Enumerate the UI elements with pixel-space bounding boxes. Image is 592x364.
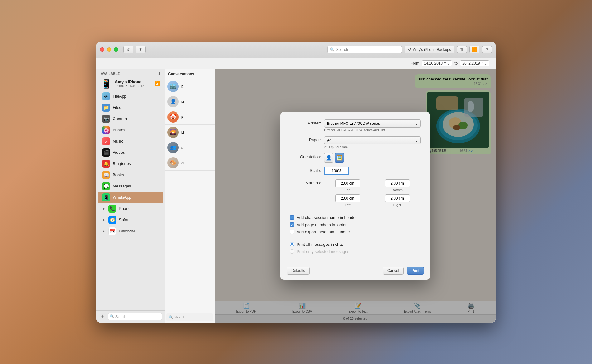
view-button[interactable]: 👁 xyxy=(136,46,146,53)
radio-row-2: Print only selected messages xyxy=(290,249,421,254)
sidebar-item-calendar[interactable]: ▶ 📅 Calendar xyxy=(98,226,163,237)
help-button[interactable]: ? xyxy=(482,46,492,53)
printer-select[interactable]: Brother MFC-L3770CDW series ⌄ xyxy=(324,119,421,128)
scale-input[interactable]: 100% xyxy=(324,167,349,175)
search-placeholder: Search xyxy=(336,47,348,52)
conv-info: S xyxy=(181,145,183,150)
sidebar-item-books[interactable]: 📖 Books xyxy=(98,169,163,181)
from-date-stepper[interactable]: ⌃⌄ xyxy=(444,61,450,66)
list-item[interactable]: 🏙️ E xyxy=(165,79,215,94)
sidebar-search[interactable]: 🔍 Search xyxy=(108,313,162,320)
checkbox-export-meta-label: Add export metadata in footer xyxy=(297,230,350,234)
margin-left-input[interactable]: 2.00 cm xyxy=(335,194,360,202)
conv-search-placeholder: Search xyxy=(174,315,185,319)
wifi-button[interactable]: 📶 xyxy=(469,46,479,53)
conv-name: P xyxy=(181,115,183,119)
list-item[interactable]: 🎨 C xyxy=(165,155,215,171)
sidebar-item-whatsapp[interactable]: 📱 WhatsApp xyxy=(98,192,163,203)
sidebar-item-camera[interactable]: 📷 Camera xyxy=(98,113,163,124)
paper-value: A4 xyxy=(327,138,332,143)
search-bar[interactable]: 🔍 Search xyxy=(327,46,402,53)
margin-bottom-value: 2.00 cm xyxy=(391,181,404,186)
device-sub: iPhone X · iOS 12.1.4 xyxy=(115,84,145,88)
sidebar-item-ringtones[interactable]: 🔔 Ringtones xyxy=(98,158,163,169)
checkbox-row-1: ✓ Add chat session name in header xyxy=(290,215,421,220)
margin-top-label: Top xyxy=(345,188,351,192)
list-item[interactable]: 🌄 M xyxy=(165,125,215,140)
cancel-button[interactable]: Cancel xyxy=(383,267,404,275)
refresh-icon: ↺ xyxy=(127,47,130,52)
dialog-divider-2 xyxy=(290,238,421,238)
conv-name: S xyxy=(181,146,183,150)
sync-button[interactable]: ⇅ xyxy=(457,46,467,53)
conv-search[interactable]: 🔍 Search xyxy=(166,313,213,321)
sidebar-item-safari[interactable]: ▶ 🧭 Safari xyxy=(98,214,163,226)
sidebar-item-messages[interactable]: 💬 Messages xyxy=(98,181,163,192)
paper-select[interactable]: A4 ⌄ xyxy=(324,136,421,144)
sidebar-label-music: Music xyxy=(113,139,123,143)
radio-all-messages-label: Print all messages in chat xyxy=(297,242,343,247)
print-confirm-button[interactable]: Print xyxy=(407,267,424,275)
orientation-label: Orientation: xyxy=(290,153,321,159)
defaults-button[interactable]: Defaults xyxy=(287,267,310,275)
radio-selected-messages[interactable] xyxy=(290,249,294,254)
margin-right-input[interactable]: 2.00 cm xyxy=(385,194,410,202)
orientation-buttons: 👤 🖼️ xyxy=(324,153,421,163)
conv-info: M xyxy=(181,129,184,135)
list-item[interactable]: 👤 M xyxy=(165,94,215,109)
checkbox-chat-header[interactable]: ✓ xyxy=(290,215,294,220)
portrait-icon: 👤 xyxy=(326,155,332,161)
avatar: 🎨 xyxy=(167,157,179,168)
list-item[interactable]: 👥 S xyxy=(165,140,215,155)
conv-panel: Conversations 🏙️ E 👤 M 🤡 P 🌄 xyxy=(165,69,215,323)
sidebar-item-videos[interactable]: 🎬 Videos xyxy=(98,147,163,158)
sidebar-item-fileapp[interactable]: ✈ FileApp xyxy=(98,91,163,102)
margin-top-input[interactable]: 2.00 cm xyxy=(335,179,360,187)
conv-info: P xyxy=(181,114,183,120)
main-content: AVAILABLE 1 📱 Amy's iPhone iPhone X · iO… xyxy=(96,69,496,323)
from-date-value: 14.10.2018 xyxy=(424,61,443,66)
conv-name: E xyxy=(181,85,183,89)
conv-name: M xyxy=(181,100,184,104)
conv-info: E xyxy=(181,84,183,89)
device-button[interactable]: ↺ Amy's iPhone Backups xyxy=(405,46,454,53)
sidebar-label-ringtones: Ringtones xyxy=(113,161,131,166)
margin-right-label: Right xyxy=(393,203,401,207)
landscape-button[interactable]: 🖼️ xyxy=(335,153,344,163)
list-item[interactable]: 🤡 P xyxy=(165,109,215,125)
sidebar-label-videos: Videos xyxy=(113,150,125,155)
portrait-button[interactable]: 👤 xyxy=(324,153,333,163)
eye-icon: 👁 xyxy=(139,47,143,52)
sidebar-section-count: 1 xyxy=(158,72,160,75)
to-date-stepper[interactable]: ⌃⌄ xyxy=(481,61,487,66)
margin-bottom-input[interactable]: 2.00 cm xyxy=(385,179,410,187)
sidebar-item-files[interactable]: 📁 Files xyxy=(98,102,163,113)
margin-right-field: 2.00 cm Right xyxy=(374,194,421,207)
device-item[interactable]: 📱 Amy's iPhone iPhone X · iOS 12.1.4 📶 xyxy=(96,77,165,91)
checkbox-page-numbers[interactable]: ✓ xyxy=(290,222,294,227)
close-button[interactable] xyxy=(100,47,104,52)
maximize-button[interactable] xyxy=(114,47,118,52)
add-button[interactable]: + xyxy=(99,313,106,320)
sidebar-item-phone[interactable]: ▶ 📞 Phone xyxy=(98,203,163,214)
books-icon: 📖 xyxy=(102,171,110,179)
to-date-value: 26. 2.2019 xyxy=(462,61,480,66)
radio-all-messages[interactable] xyxy=(290,242,294,246)
sync-icon: ⇅ xyxy=(460,47,464,52)
ringtones-icon: 🔔 xyxy=(102,160,110,168)
to-date-input[interactable]: 26. 2.2019 ⌃⌄ xyxy=(460,60,489,66)
margins-field: 2.00 cm Top 2.00 cm Bottom xyxy=(324,179,421,207)
sidebar-item-photos[interactable]: 🌸 Photos xyxy=(98,124,163,136)
sidebar-label-fileapp: FileApp xyxy=(113,94,126,99)
scale-row: Scale: 100% xyxy=(290,167,421,175)
sidebar-label-books: Books xyxy=(113,172,124,177)
sidebar-item-music[interactable]: ♪ Music xyxy=(98,136,163,147)
minimize-button[interactable] xyxy=(107,47,111,52)
checkbox-export-meta[interactable] xyxy=(290,230,294,234)
refresh-button[interactable]: ↺ xyxy=(123,46,133,53)
from-date-input[interactable]: 14.10.2018 ⌃⌄ xyxy=(422,60,452,66)
plus-icon: + xyxy=(101,313,104,320)
checkbox-chat-header-label: Add chat session name in header xyxy=(297,215,357,220)
paper-sub: 210 by 297 mm xyxy=(324,145,421,149)
avatar: 👥 xyxy=(167,142,179,153)
